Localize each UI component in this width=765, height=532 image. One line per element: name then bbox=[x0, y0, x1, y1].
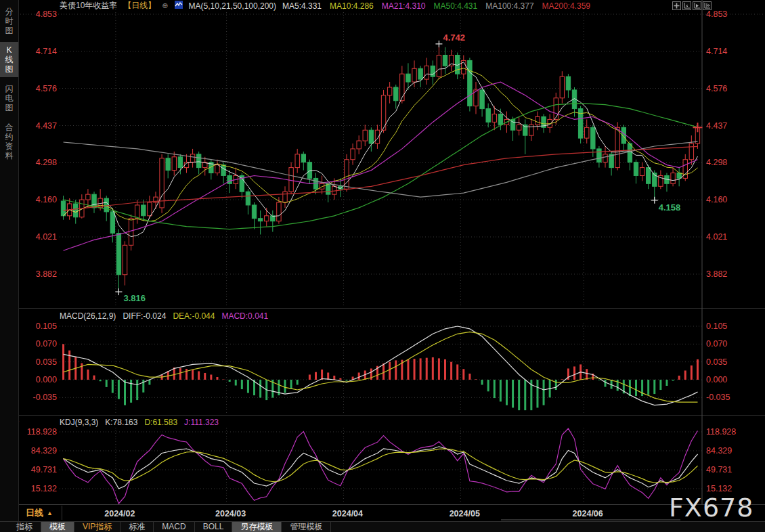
kdj-lines bbox=[64, 428, 698, 504]
chart-application: 分时图K线图闪电图合约资料 美债10年收益率 【日线】 ⊕ MA(5,10,21… bbox=[0, 0, 765, 532]
price-axis-label-right: 4.576 bbox=[706, 84, 727, 93]
toolbar-item[interactable]: 模板 bbox=[41, 522, 74, 532]
price-axis-label-right: 4.021 bbox=[706, 232, 727, 242]
ma-formula-label: MA(5,10,21,50,100,200) bbox=[189, 1, 276, 11]
period-selector-label: 日线 bbox=[26, 507, 43, 519]
time-axis-labels: 2024/022024/032024/042024/052024/06 bbox=[104, 509, 603, 518]
toolbar-item[interactable]: BOLL bbox=[195, 522, 233, 532]
sidebar-tab[interactable]: 合约资料 bbox=[0, 119, 18, 164]
month-label: 2024/03 bbox=[215, 509, 246, 518]
kdj-axis-label-right: 49.731 bbox=[706, 465, 732, 474]
ma-lines bbox=[64, 62, 698, 250]
chart-toolbar-icons bbox=[672, 1, 712, 10]
toolbar-item[interactable]: 指标 bbox=[8, 522, 41, 532]
month-label: 2024/06 bbox=[573, 509, 603, 518]
macd-axis-label-right: 0.000 bbox=[706, 375, 727, 384]
kdj-formula: KDJ(9,3,3) bbox=[60, 418, 98, 427]
axis-zoom-icon[interactable] bbox=[682, 1, 691, 10]
macd-axis-label-left: 0.035 bbox=[36, 357, 57, 367]
ma-value-label: MA10:4.286 bbox=[330, 1, 374, 11]
instrument-title: 美债10年收益率 bbox=[60, 0, 117, 12]
kdj-axis-label-right: 84.329 bbox=[706, 446, 732, 456]
month-label: 2024/05 bbox=[450, 509, 480, 518]
kdj-axis-label-right: 118.928 bbox=[706, 427, 736, 437]
kdj-axis-label-left: 49.731 bbox=[31, 465, 57, 474]
sidebar: 分时图K线图闪电图合约资料 bbox=[0, 0, 19, 521]
ma-value-label: MA5:4.331 bbox=[282, 1, 322, 11]
swing-low-annotation: 4.158 bbox=[659, 202, 681, 213]
kdj-axis-label-left: 84.329 bbox=[31, 446, 57, 456]
ma-value-label: MA200:4.359 bbox=[542, 1, 590, 11]
macd-axis-label-right: 0.105 bbox=[706, 322, 727, 331]
brand-watermark: FX678 bbox=[669, 493, 753, 523]
kdj-axis-label-right: 15.132 bbox=[706, 484, 732, 493]
toolbar-item[interactable]: VIP指标 bbox=[74, 522, 121, 532]
macd-lines bbox=[64, 326, 698, 405]
ma-value-label: MA100:4.377 bbox=[485, 1, 533, 11]
price-axis-label-right: 3.882 bbox=[706, 269, 727, 279]
sidebar-tab[interactable]: K线图 bbox=[0, 42, 18, 77]
kdj-k-value: K:78.163 bbox=[105, 418, 137, 427]
toolbar-item[interactable]: MACD bbox=[154, 522, 194, 532]
ma-value-label: MA50:4.431 bbox=[433, 1, 477, 11]
chart-canvas[interactable]: 4.8534.8534.7144.7144.5764.5764.4374.437… bbox=[0, 0, 765, 521]
macd-axis-label-right: 0.070 bbox=[706, 339, 727, 349]
axis-playback-icon[interactable] bbox=[693, 1, 701, 10]
macd-formula: MACD(26,12,9) bbox=[60, 311, 116, 321]
price-axis-label-right: 4.298 bbox=[706, 158, 727, 167]
price-axis-label-right: 4.160 bbox=[706, 195, 727, 204]
price-axis-label-left: 4.576 bbox=[36, 84, 57, 93]
toolbar-item[interactable]: 标准 bbox=[121, 522, 154, 532]
axis-shift-icon[interactable] bbox=[703, 1, 712, 10]
macd-axis-label-left: 0.105 bbox=[36, 322, 57, 331]
period-badge[interactable]: 【日线】 bbox=[123, 0, 156, 12]
circle-plus-icon[interactable]: ⊕ bbox=[162, 1, 168, 10]
kdj-axis-label-left: 15.132 bbox=[31, 484, 57, 493]
macd-axis-label-right: -0.035 bbox=[706, 393, 730, 402]
price-axis-label-left: 4.714 bbox=[36, 47, 57, 56]
kdj-j-value: J:111.323 bbox=[184, 418, 219, 427]
price-axis-label-left: 4.021 bbox=[36, 232, 57, 242]
sidebar-tab[interactable]: 闪电图 bbox=[0, 81, 18, 116]
chart-type-icon[interactable] bbox=[175, 1, 183, 11]
toolbar-item[interactable]: 另存模板 bbox=[232, 522, 282, 532]
macd-header: MACD(26,12,9) DIFF:-0.024 DEA:-0.044 MAC… bbox=[60, 311, 268, 321]
macd-dea-value: DEA:-0.044 bbox=[173, 311, 215, 321]
gridlines bbox=[20, 9, 764, 504]
low-annotation: 3.816 bbox=[123, 293, 146, 303]
price-axis-label-left: 3.882 bbox=[36, 269, 57, 279]
period-selector[interactable]: 日线 ▲ bbox=[19, 506, 62, 520]
macd-macd-value: MACD:0.041 bbox=[221, 311, 268, 321]
macd-axis-label-left: -0.035 bbox=[33, 393, 57, 402]
price-axis-label-right: 4.853 bbox=[706, 9, 727, 19]
candles bbox=[61, 44, 699, 292]
month-label: 2024/04 bbox=[332, 509, 363, 518]
macd-diff-value: DIFF:-0.024 bbox=[123, 311, 166, 321]
high-annotation: 4.742 bbox=[443, 32, 465, 43]
toolbar-item[interactable]: 管理模板 bbox=[282, 522, 331, 532]
macd-axis-label-right: 0.035 bbox=[706, 357, 727, 367]
price-axis-label-left: 4.437 bbox=[36, 121, 57, 131]
price-axis-label-right: 4.714 bbox=[706, 47, 727, 56]
macd-axis-label-left: 0.070 bbox=[36, 339, 57, 349]
bottom-toolbar: 指标模板VIP指标标准MACDBOLL另存模板管理模板 bbox=[0, 521, 765, 532]
kdj-axis-label-left: 118.928 bbox=[27, 427, 57, 437]
ma-values: MA5:4.331MA10:4.286MA21:4.310MA50:4.431M… bbox=[282, 1, 590, 11]
sidebar-tab[interactable]: 分时图 bbox=[0, 3, 18, 39]
kdj-header: KDJ(9,3,3) K:78.163 D:61.583 J:111.323 bbox=[60, 418, 219, 427]
ma-value-label: MA21:4.310 bbox=[382, 1, 426, 11]
price-axis-label-left: 4.160 bbox=[36, 195, 57, 204]
chevron-up-icon: ▲ bbox=[47, 510, 53, 516]
chart-header: 美债10年收益率 【日线】 ⊕ MA(5,10,21,50,100,200) M… bbox=[60, 0, 590, 12]
pan-icon[interactable] bbox=[672, 1, 681, 10]
price-axis-label-right: 4.437 bbox=[706, 121, 727, 131]
macd-axis-label-left: 0.000 bbox=[36, 375, 57, 384]
price-axis-label-left: 4.298 bbox=[36, 158, 57, 167]
kdj-d-value: D:61.583 bbox=[144, 418, 177, 427]
month-label: 2024/02 bbox=[104, 509, 135, 518]
price-axis-label-left: 4.853 bbox=[36, 9, 57, 19]
